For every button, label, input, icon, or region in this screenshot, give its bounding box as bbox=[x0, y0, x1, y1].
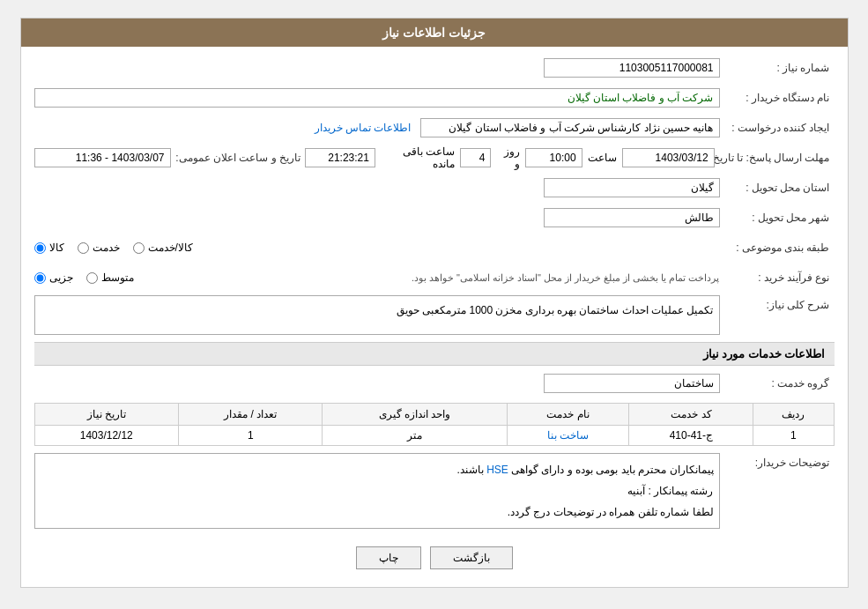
process-label: نوع فرآیند خرید : bbox=[720, 271, 835, 284]
category-radio-khedmat[interactable] bbox=[78, 242, 89, 254]
announce-date-input[interactable] bbox=[34, 148, 171, 167]
deadline-time-input[interactable] bbox=[525, 148, 582, 167]
buyer-notes-box: پیمانکاران محترم باید بومی بوده و دارای … bbox=[34, 453, 720, 529]
contact-link[interactable]: اطلاعات تماس خریدار bbox=[315, 122, 412, 134]
service-group-row: گروه خدمت : bbox=[34, 371, 835, 396]
process-radio-partial[interactable] bbox=[34, 272, 46, 284]
province-label: استان محل تحویل : bbox=[720, 182, 835, 194]
process-option-medium: متوسط bbox=[86, 271, 134, 284]
category-radio-kala-khedmat[interactable] bbox=[133, 242, 145, 254]
cell-quantity: 1 bbox=[179, 426, 323, 446]
col-unit: واحد اندازه گیری bbox=[323, 404, 507, 426]
process-radio-medium[interactable] bbox=[86, 272, 98, 284]
back-button[interactable]: بازگشت bbox=[430, 546, 513, 569]
remaining-time-input[interactable] bbox=[305, 148, 375, 167]
deadline-day-input[interactable] bbox=[460, 148, 491, 167]
description-box: تکمیل عملیات احداث ساختمان بهره برداری م… bbox=[34, 295, 720, 335]
deadline-row: مهلت ارسال پاسخ: تا تاریخ: ساعت روز و سا… bbox=[34, 145, 835, 170]
buyer-notes-line3: لطفا شماره تلفن همراه در توضیحات درج گرد… bbox=[41, 501, 714, 523]
category-label-kala-khedmat: کالا/خدمت bbox=[148, 241, 193, 254]
category-label-kala: کالا bbox=[49, 241, 64, 254]
category-label-khedmat: خدمت bbox=[93, 241, 120, 254]
process-note: پرداخت تمام یا بخشی از مبلغ خریدار از مح… bbox=[143, 272, 720, 284]
category-radio-group: کالا/خدمت خدمت کالا bbox=[34, 241, 720, 254]
city-input[interactable] bbox=[544, 208, 720, 227]
deadline-label: مهلت ارسال پاسخ: تا تاریخ: bbox=[715, 152, 835, 164]
creator-label: ایجاد کننده درخواست : bbox=[720, 122, 835, 134]
process-row: نوع فرآیند خرید : پرداخت تمام یا بخشی از… bbox=[34, 265, 835, 290]
cell-unit: متر bbox=[323, 426, 507, 446]
category-label: طبقه بندی موضوعی : bbox=[720, 241, 835, 254]
category-radio-kala[interactable] bbox=[34, 242, 46, 254]
col-service-name: نام خدمت bbox=[507, 404, 629, 426]
cell-service-code: ج-41-410 bbox=[629, 426, 753, 446]
content-area: شماره نیاز : نام دستگاه خریدار : ایجاد ک… bbox=[21, 47, 848, 587]
creator-input[interactable] bbox=[420, 118, 720, 137]
services-table: ردیف کد خدمت نام خدمت واحد اندازه گیری ت… bbox=[34, 403, 835, 446]
need-number-input[interactable] bbox=[544, 58, 720, 78]
services-table-section: ردیف کد خدمت نام خدمت واحد اندازه گیری ت… bbox=[34, 403, 835, 446]
description-text: تکمیل عملیات احداث ساختمان بهره برداری م… bbox=[397, 304, 714, 316]
creator-row: ایجاد کننده درخواست : اطلاعات تماس خریدا… bbox=[34, 115, 835, 140]
category-option-khedmat: خدمت bbox=[78, 241, 120, 254]
buyer-org-label: نام دستگاه خریدار : bbox=[720, 92, 835, 104]
table-header-row: ردیف کد خدمت نام خدمت واحد اندازه گیری ت… bbox=[34, 404, 834, 426]
col-quantity: تعداد / مقدار bbox=[179, 404, 323, 426]
need-number-label: شماره نیاز : bbox=[720, 62, 835, 74]
buyer-notes-label: توضیحات خریدار: bbox=[720, 453, 835, 469]
page-header: جزئیات اطلاعات نیاز bbox=[21, 19, 848, 47]
buyer-org-row: نام دستگاه خریدار : bbox=[34, 85, 835, 110]
process-option-partial: جزیی bbox=[34, 271, 73, 284]
col-service-code: کد خدمت bbox=[629, 404, 753, 426]
remaining-label: ساعت باقی مانده bbox=[375, 145, 460, 170]
day-label: روز و bbox=[491, 145, 524, 170]
col-date: تاریخ نیاز bbox=[34, 404, 179, 426]
cell-date: 1403/12/12 bbox=[34, 426, 179, 446]
print-button[interactable]: چاپ bbox=[356, 546, 421, 569]
announce-label: تاریخ و ساعت اعلان عمومی: bbox=[175, 152, 305, 164]
main-container: جزئیات اطلاعات نیاز شماره نیاز : نام دست… bbox=[20, 18, 849, 588]
service-group-input[interactable] bbox=[544, 374, 720, 393]
cell-service-name: ساخت بنا bbox=[507, 426, 629, 446]
service-group-label: گروه خدمت : bbox=[720, 377, 835, 390]
buyer-notes-line2: رشته پیمانکار : آبنیه bbox=[41, 480, 714, 501]
city-label: شهر محل تحویل : bbox=[720, 212, 835, 224]
city-row: شهر محل تحویل : bbox=[34, 205, 835, 230]
table-row: 1 ج-41-410 ساخت بنا متر 1 1403/12/12 bbox=[34, 426, 834, 446]
buyer-org-input[interactable] bbox=[34, 88, 720, 108]
buyer-notes-row: توضیحات خریدار: پیمانکاران محترم باید بو… bbox=[34, 453, 835, 529]
services-section-title: اطلاعات خدمات مورد نیاز bbox=[34, 342, 835, 366]
buttons-row: بازگشت چاپ bbox=[34, 538, 835, 578]
province-input[interactable] bbox=[544, 178, 720, 197]
process-label-medium: متوسط bbox=[101, 271, 134, 284]
header-title: جزئیات اطلاعات نیاز bbox=[382, 26, 486, 40]
province-row: استان محل تحویل : bbox=[34, 175, 835, 200]
deadline-date-input[interactable] bbox=[622, 148, 715, 167]
description-label: شرح کلی نیاز: bbox=[720, 295, 835, 311]
buyer-notes-line1: پیمانکاران محترم باید بومی بوده و دارای … bbox=[41, 459, 714, 480]
process-label-partial: جزیی bbox=[49, 271, 73, 284]
category-row: طبقه بندی موضوعی : کالا/خدمت خدمت کالا bbox=[34, 235, 835, 260]
need-number-row: شماره نیاز : bbox=[34, 56, 835, 80]
cell-row-num: 1 bbox=[753, 426, 834, 446]
category-option-kala-khedmat: کالا/خدمت bbox=[133, 241, 193, 254]
time-label: ساعت bbox=[582, 152, 622, 164]
description-row: شرح کلی نیاز: تکمیل عملیات احداث ساختمان… bbox=[34, 295, 835, 335]
col-row-num: ردیف bbox=[753, 404, 834, 426]
category-option-kala: کالا bbox=[34, 241, 64, 254]
